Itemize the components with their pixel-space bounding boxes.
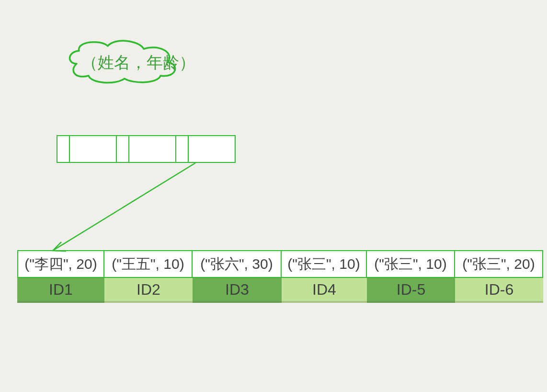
id-cell: ID1 [17,278,104,303]
tuple-cell: ("张三", 20) [455,250,543,278]
tuple-cell: ("王五", 10) [104,250,193,278]
tuple-cell: ("张三", 10) [367,250,455,278]
index-slot [176,136,189,162]
data-column: ("张三", 10)ID-5 [367,250,455,303]
data-column: ("王五", 10)ID2 [104,250,193,303]
data-column: ("李四", 20)ID1 [17,250,104,303]
schema-cloud: （姓名，年龄） [67,42,210,79]
data-column: ("张三", 20)ID-6 [455,250,543,303]
schema-label: （姓名，年龄） [67,42,210,79]
data-column: ("张六", 30)ID3 [193,250,282,303]
index-slot [117,136,129,162]
tuple-cell: ("张六", 30) [193,250,282,278]
tuple-cell: ("张三", 10) [282,250,367,278]
id-cell: ID-5 [367,278,455,303]
tuple-cell: ("李四", 20) [17,250,104,278]
id-cell: ID-6 [455,278,543,303]
svg-line-0 [53,163,195,251]
id-cell: ID2 [104,278,193,303]
index-slot-row [57,135,236,163]
index-slot [57,136,70,162]
data-table: ("李四", 20)ID1("王五", 10)ID2("张六", 30)ID3(… [17,250,543,303]
index-slot [189,136,236,162]
id-cell: ID3 [193,278,282,303]
index-slot [129,136,176,162]
data-column: ("张三", 10)ID4 [282,250,367,303]
id-cell: ID4 [282,278,367,303]
index-slot [70,136,117,162]
